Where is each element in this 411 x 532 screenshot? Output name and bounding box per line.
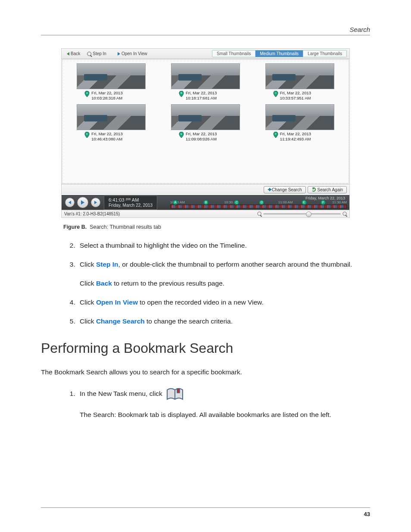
playback-bar: 6:41:03 ²⁰⁸ AM Friday, March 22, 2013 Fr… — [62, 195, 349, 210]
thumb-caption: A Fri, Mar 22, 201310:03:28:318 AM — [68, 89, 154, 101]
bookmark-steps: In the New Task menu, click The Search: … — [41, 387, 370, 420]
seg-large[interactable]: Large Thumbnails — [303, 50, 346, 57]
thumb-image — [171, 63, 240, 89]
section-heading: Performing a Bookmark Search — [41, 340, 370, 356]
step-text: to return to the previous results page. — [112, 280, 224, 287]
zoom-in-icon[interactable] — [343, 212, 347, 216]
thumb-cell[interactable]: F Fri, Mar 22, 201311:19:42:493 AM — [257, 104, 343, 142]
thumbnail-grid: A Fri, Mar 22, 201310:03:28:318 AM B Fri… — [62, 59, 349, 184]
svg-text:F: F — [275, 133, 277, 135]
bookmark-search-icon — [166, 387, 184, 401]
thumbnail-size-segment: Small Thumbnails Medium Thumbnails Large… — [212, 50, 347, 57]
swap-icon — [268, 188, 270, 191]
open-in-view-link[interactable]: Open In View — [96, 299, 138, 306]
step-3: Click Step In, or double-click the thumb… — [77, 259, 370, 289]
zoom-out-icon[interactable] — [258, 212, 262, 216]
thumb-time: 11:19:42:493 AM — [280, 137, 311, 141]
playback-controls — [62, 196, 104, 210]
svg-text:E: E — [181, 133, 182, 135]
change-search-button[interactable]: Change Search — [264, 186, 306, 193]
magnify-icon — [87, 52, 91, 56]
step-text: The Search: Bookmark tab is displayed. A… — [80, 411, 331, 418]
thumb-cell[interactable]: C Fri, Mar 22, 201310:33:57:951 AM — [257, 63, 343, 101]
thumb-caption: D Fri, Mar 22, 201310:46:43:080 AM — [68, 130, 154, 142]
thumb-date: Fri, Mar 22, 2013 — [91, 90, 122, 95]
thumb-time: 10:03:28:318 AM — [91, 96, 122, 100]
timeline[interactable]: Friday, March 22, 2013 10:00 AM 10:30 AM… — [157, 196, 349, 210]
back-label: Back — [71, 51, 80, 56]
change-search-label: Change Search — [272, 187, 302, 192]
play-button[interactable] — [77, 197, 88, 208]
thumb-cell[interactable]: D Fri, Mar 22, 201310:46:43:080 AM — [68, 104, 154, 142]
play-icon — [81, 200, 84, 205]
footer-rule — [41, 507, 370, 508]
thumb-time: 10:46:43:080 AM — [91, 137, 122, 141]
step-text: In the New Task menu, click — [80, 390, 162, 397]
arrow-left-icon — [67, 52, 69, 56]
change-search-link[interactable]: Change Search — [96, 317, 145, 325]
step-text: Click — [80, 261, 96, 268]
figure-label: Figure B. — [63, 224, 87, 230]
steps-list: Select a thumbnail to highlight the vide… — [41, 240, 370, 327]
open-in-view-button[interactable]: Open In View — [115, 51, 150, 56]
step-in-link[interactable]: Step In — [96, 261, 118, 268]
thumb-cell[interactable]: B Fri, Mar 22, 201310:18:17:681 AM — [162, 63, 249, 101]
header-rule — [41, 35, 370, 35]
section-intro: The Bookmark Search allows you to search… — [41, 368, 370, 376]
thumb-caption: B Fri, Mar 22, 201310:18:17:681 AM — [162, 89, 249, 101]
thumb-date: Fri, Mar 22, 2013 — [91, 131, 122, 136]
search-again-button[interactable]: Search Again — [308, 186, 347, 193]
thumb-image — [171, 104, 240, 130]
camera-name: Van's #1: 2.0-H3-B2(148515) — [64, 212, 120, 216]
step-5: Click Change Search to change the search… — [77, 316, 370, 327]
prev-icon — [68, 201, 71, 204]
step-text: Click — [80, 317, 96, 325]
thumb-time: 10:18:17:681 AM — [186, 96, 217, 100]
toolbar: Back Step In Open In View Small Thumbnai… — [62, 49, 349, 59]
thumb-time: 10:33:57:951 AM — [280, 96, 311, 100]
thumb-image — [265, 104, 334, 130]
thumb-cell[interactable]: E Fri, Mar 22, 201311:09:08:026 AM — [162, 104, 249, 142]
seg-small[interactable]: Small Thumbnails — [212, 50, 255, 57]
search-thumbnail-window: Back Step In Open In View Small Thumbnai… — [61, 48, 350, 218]
back-button[interactable]: Back — [64, 51, 83, 56]
thumb-cell[interactable]: A Fri, Mar 22, 201310:03:28:318 AM — [68, 63, 154, 101]
next-button[interactable] — [91, 198, 100, 207]
thumb-row: A Fri, Mar 22, 201310:03:28:318 AM B Fri… — [64, 63, 347, 101]
results-footer: Change Search Search Again — [62, 184, 349, 195]
step-text: to open the recorded video in a new View… — [138, 299, 264, 306]
seg-medium[interactable]: Medium Thumbnails — [255, 50, 303, 57]
thumb-date: Fri, Mar 22, 2013 — [186, 131, 217, 136]
thumb-image — [265, 63, 334, 89]
svg-text:A: A — [86, 92, 88, 94]
step-text: to change the search criteria. — [145, 317, 233, 325]
marker-icon: F — [273, 132, 278, 138]
step-2: Select a thumbnail to highlight the vide… — [77, 240, 370, 251]
next-icon — [94, 201, 97, 204]
figure-text: Search: Thumbnail results tab — [90, 224, 161, 230]
svg-rect-7 — [177, 389, 180, 393]
svg-text:C: C — [274, 92, 277, 94]
timeline-band — [170, 205, 347, 208]
prev-button[interactable] — [65, 198, 75, 207]
thumb-image — [77, 63, 146, 89]
figure-caption: Figure B. Search: Thumbnail results tab — [63, 224, 370, 230]
step-4: Click Open In View to open the recorded … — [77, 297, 370, 308]
marker-icon: A — [84, 91, 90, 97]
bookmark-step-1: In the New Task menu, click The Search: … — [77, 387, 370, 420]
thumb-caption: F Fri, Mar 22, 201311:19:42:493 AM — [257, 130, 343, 142]
playback-date: Friday, March 22, 2013 — [109, 203, 153, 208]
step-text: Click — [80, 280, 96, 287]
zoom-slider[interactable] — [263, 213, 341, 215]
thumb-date: Fri, Mar 22, 2013 — [280, 131, 311, 136]
thumb-caption: C Fri, Mar 22, 201310:33:57:951 AM — [257, 89, 343, 101]
back-link[interactable]: Back — [96, 280, 112, 287]
marker-icon: C — [273, 91, 278, 97]
marker-icon: B — [179, 91, 184, 97]
page-number: 43 — [364, 511, 370, 517]
zoom-controls — [257, 212, 347, 216]
refresh-icon — [311, 187, 316, 192]
search-again-label: Search Again — [318, 187, 343, 192]
step-in-label: Step In — [93, 51, 106, 56]
step-in-button[interactable]: Step In — [84, 51, 109, 56]
